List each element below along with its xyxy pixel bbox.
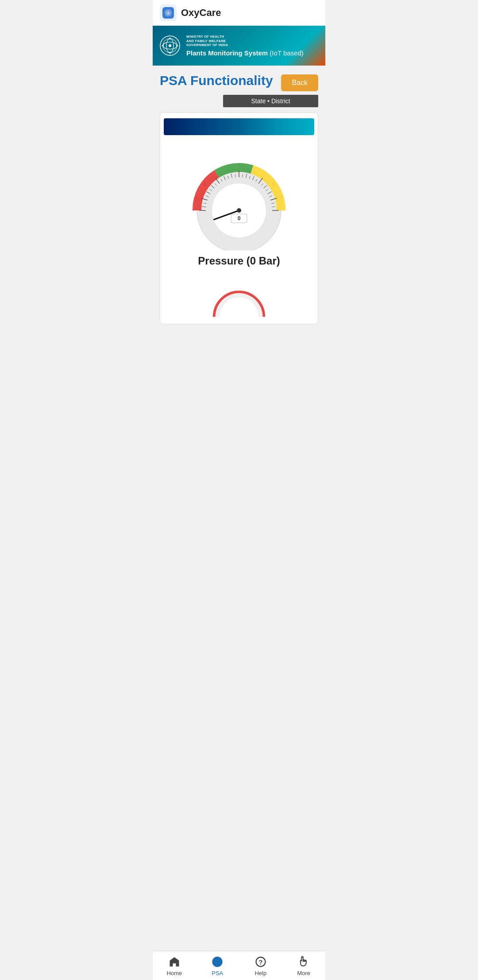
gradient-bar xyxy=(164,118,314,135)
gauge-card: 0 1 2 3 4 5 6 7 xyxy=(160,113,318,324)
banner-title: Plants Monitoring System (IoT based) xyxy=(186,49,304,57)
app-icon: + xyxy=(160,4,177,21)
svg-text:+: + xyxy=(166,9,170,16)
svg-point-58 xyxy=(237,208,241,213)
subtitle-bar: State • District xyxy=(223,95,318,107)
page-header: PSA Functionality Back xyxy=(160,73,318,91)
svg-text:0: 0 xyxy=(238,215,241,222)
page-content: PSA Functionality Back State • District … xyxy=(153,66,325,324)
app-bar: + OxyCare xyxy=(153,0,325,26)
banner-logo xyxy=(159,35,181,57)
app-title: OxyCare xyxy=(181,7,221,19)
svg-point-11 xyxy=(176,45,178,47)
svg-point-9 xyxy=(169,52,171,54)
banner: MINISTRY OF HEALTH AND FAMILY WELFARE GO… xyxy=(153,26,325,66)
pressure-gauge: 0 1 2 3 4 5 6 7 xyxy=(177,144,301,250)
second-gauge-container: 30 40 50 60 70 xyxy=(164,277,314,317)
svg-point-8 xyxy=(169,38,171,39)
banner-text-block: MINISTRY OF HEALTH AND FAMILY WELFARE GO… xyxy=(186,35,304,57)
svg-point-7 xyxy=(169,44,171,47)
pressure-label: Pressure (0 Bar) xyxy=(198,255,280,267)
svg-point-10 xyxy=(162,45,164,47)
page-title: PSA Functionality xyxy=(160,73,273,89)
banner-ministry-text: MINISTRY OF HEALTH AND FAMILY WELFARE GO… xyxy=(186,35,304,47)
second-gauge: 30 40 50 60 70 xyxy=(177,277,301,317)
pressure-gauge-container: 0 1 2 3 4 5 6 7 xyxy=(164,144,314,273)
back-button[interactable]: Back xyxy=(281,74,318,91)
